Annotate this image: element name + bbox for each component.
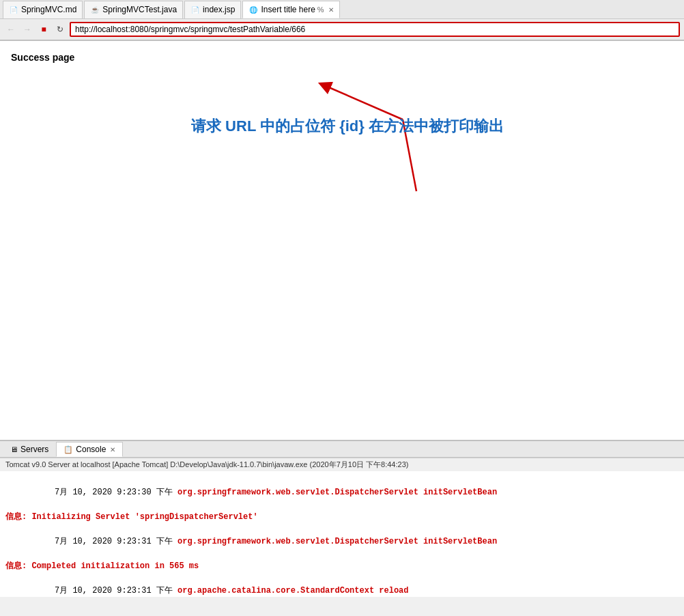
console-timestamp: 7月 10, 2020 9:23:31 下午 (55, 537, 177, 546)
console-tab-label: Console (76, 445, 106, 454)
annotation-arrow (191, 82, 567, 219)
bottom-tabs-bar: 🖥 Servers 📋 Console ✕ (0, 441, 684, 458)
servers-icon: 🖥 (10, 445, 18, 453)
svg-line-1 (403, 120, 416, 191)
browser-content: Success page 请求 URL 中的占位符 {id} (0, 41, 684, 440)
jsp-icon: 📄 (190, 5, 200, 14)
url-bar[interactable] (70, 22, 680, 37)
tab-label: Insert title here (261, 5, 315, 14)
svg-line-0 (324, 85, 403, 120)
tab-springmvctest-java[interactable]: ☕ SpringMVCTest.java (84, 1, 183, 18)
server-status-bar: Tomcat v9.0 Server at localhost [Apache … (0, 458, 684, 471)
console-line: 7月 10, 2020 9:23:31 下午 org.apache.catali… (5, 572, 679, 597)
console-timestamp: 7月 10, 2020 9:23:31 下午 (55, 586, 177, 596)
tab-suffix: % (317, 5, 324, 14)
console-line: 信息: Initializing Servlet 'springDispatch… (5, 511, 679, 523)
console-close-button[interactable]: ✕ (110, 446, 115, 453)
tab-index-jsp[interactable]: 📄 index.jsp (184, 1, 241, 18)
browser-toolbar: ← → ■ ↻ (0, 19, 684, 41)
globe-icon: 🌐 (248, 5, 258, 14)
tab-label: SpringMVCTest.java (102, 5, 177, 14)
success-page-heading: Success page (11, 52, 673, 63)
console-line: 7月 10, 2020 9:23:30 下午 org.springframewo… (5, 474, 679, 511)
servers-tab-label: Servers (20, 445, 48, 454)
annotation-text: 请求 URL 中的占位符 {id} 在方法中被打印输出 (191, 116, 504, 137)
bottom-panel: 🖥 Servers 📋 Console ✕ Tomcat v9.0 Server… (0, 440, 684, 597)
console-output: 7月 10, 2020 9:23:30 下午 org.springframewo… (0, 471, 684, 597)
java-icon: ☕ (90, 5, 100, 14)
content-area: ← → ■ ↻ Success page (0, 19, 684, 597)
console-line: 7月 10, 2020 9:23:31 下午 org.springframewo… (5, 523, 679, 560)
main-area: 📄 SpringMVC.md ☕ SpringMVCTest.java 📄 in… (0, 0, 684, 597)
file-icon: 📄 (9, 5, 18, 14)
tab-console[interactable]: 📋 Console ✕ (56, 442, 123, 457)
tab-springmvc-md[interactable]: 📄 SpringMVC.md (3, 1, 83, 18)
tab-bar: 📄 SpringMVC.md ☕ SpringMVCTest.java 📄 in… (0, 0, 684, 19)
back-button[interactable]: ← (4, 23, 18, 36)
tab-servers[interactable]: 🖥 Servers (3, 442, 56, 457)
tab-label: SpringMVC.md (21, 5, 76, 14)
tab-insert-title[interactable]: 🌐 Insert title here % ✕ (242, 1, 339, 18)
tab-label: index.jsp (203, 5, 235, 14)
console-line: 信息: Completed initialization in 565 ms (5, 560, 679, 572)
annotation-container: 请求 URL 中的占位符 {id} 在方法中被打印输出 (191, 82, 567, 219)
forward-button[interactable]: → (20, 23, 34, 36)
console-log-class: org.springframework.web.servlet.Dispatch… (177, 537, 497, 546)
tab-close-button[interactable]: ✕ (328, 6, 334, 14)
stop-button[interactable]: ■ (37, 23, 51, 36)
refresh-button[interactable]: ↻ (53, 23, 67, 36)
console-log-class: org.apache.catalina.core.StandardContext… (177, 586, 408, 596)
console-icon: 📋 (63, 445, 73, 454)
console-timestamp: 7月 10, 2020 9:23:30 下午 (55, 488, 177, 497)
console-log-class: org.springframework.web.servlet.Dispatch… (177, 488, 497, 497)
